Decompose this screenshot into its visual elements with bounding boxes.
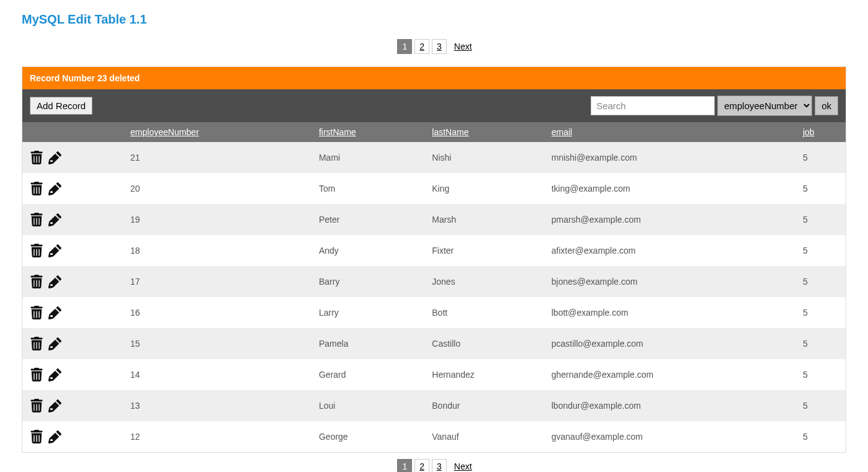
edit-icon[interactable] — [48, 213, 62, 226]
search-input[interactable] — [591, 96, 715, 115]
table-container: Record Number 23 deleted Add Record empl… — [22, 66, 846, 453]
cell-firstName: Gerard — [311, 359, 424, 390]
cell-lastName: Fixter — [424, 235, 544, 266]
cell-lastName: Hernandez — [424, 359, 544, 390]
search-ok-button[interactable]: ok — [815, 96, 838, 115]
pagination-bottom: 123Next — [22, 459, 846, 472]
delete-icon[interactable] — [30, 399, 43, 412]
cell-lastName: Castillo — [424, 328, 544, 359]
cell-employeeNumber: 19 — [123, 204, 311, 235]
add-record-button[interactable]: Add Record — [30, 97, 92, 115]
cell-lastName: Jones — [424, 266, 544, 297]
page-next-button[interactable]: Next — [454, 42, 472, 51]
edit-icon[interactable] — [48, 368, 62, 381]
column-sort-job[interactable]: job — [803, 127, 815, 137]
delete-icon[interactable] — [30, 430, 43, 443]
table-row: 13LouiBondurlbondur@example.com5 — [22, 390, 846, 421]
cell-job: 5 — [795, 359, 846, 390]
cell-employeeNumber: 14 — [123, 359, 311, 390]
delete-icon[interactable] — [30, 337, 43, 350]
cell-email: mnishi@example.com — [544, 142, 795, 173]
cell-lastName: Bondur — [424, 390, 544, 421]
page-title: MySQL Edit Table 1.1 — [22, 12, 846, 27]
edit-icon[interactable] — [48, 151, 62, 164]
cell-employeeNumber: 15 — [123, 328, 311, 359]
page-button-2[interactable]: 2 — [414, 459, 429, 472]
search-column-select[interactable]: employeeNumberfirstNamelastNameemailjob — [717, 96, 812, 116]
table-row: 12GeorgeVanaufgvanauf@example.com5 — [22, 421, 846, 452]
table-row: 14GerardHernandezghernande@example.com5 — [22, 359, 846, 390]
cell-lastName: Marsh — [424, 204, 544, 235]
page-button-1: 1 — [397, 39, 412, 54]
column-header-actions — [22, 122, 123, 142]
delete-icon[interactable] — [30, 182, 43, 195]
cell-job: 5 — [795, 204, 846, 235]
cell-firstName: Peter — [311, 204, 424, 235]
edit-icon[interactable] — [48, 306, 62, 319]
edit-icon[interactable] — [48, 399, 62, 412]
delete-icon[interactable] — [30, 244, 43, 257]
cell-firstName: Pamela — [311, 328, 424, 359]
table-row: 19PeterMarshpmarsh@example.com5 — [22, 204, 846, 235]
cell-firstName: Loui — [311, 390, 424, 421]
cell-employeeNumber: 18 — [123, 235, 311, 266]
cell-employeeNumber: 16 — [123, 297, 311, 328]
data-table: employeeNumber firstName lastName email … — [22, 122, 846, 452]
cell-employeeNumber: 20 — [123, 173, 311, 204]
delete-icon[interactable] — [30, 151, 43, 164]
pagination-top: 123Next — [22, 39, 846, 54]
table-row: 18AndyFixterafixter@example.com5 — [22, 235, 846, 266]
cell-email: lbondur@example.com — [544, 390, 795, 421]
edit-icon[interactable] — [48, 337, 62, 350]
delete-icon[interactable] — [30, 306, 43, 319]
page-button-3[interactable]: 3 — [432, 39, 447, 54]
edit-icon[interactable] — [48, 275, 62, 288]
cell-lastName: King — [424, 173, 544, 204]
cell-email: gvanauf@example.com — [544, 421, 795, 452]
cell-job: 5 — [795, 235, 846, 266]
delete-icon[interactable] — [30, 275, 43, 288]
cell-email: tking@example.com — [544, 173, 795, 204]
cell-firstName: Andy — [311, 235, 424, 266]
page-button-3[interactable]: 3 — [432, 459, 447, 472]
table-row: 17BarryJonesbjones@example.com5 — [22, 266, 846, 297]
page-next-button[interactable]: Next — [454, 461, 472, 471]
cell-lastName: Bott — [424, 297, 544, 328]
cell-employeeNumber: 21 — [123, 142, 311, 173]
cell-job: 5 — [795, 297, 846, 328]
cell-job: 5 — [795, 328, 846, 359]
column-sort-lastName[interactable]: lastName — [432, 127, 468, 137]
cell-email: ghernande@example.com — [544, 359, 795, 390]
cell-firstName: Tom — [311, 173, 424, 204]
edit-icon[interactable] — [48, 430, 62, 443]
cell-job: 5 — [795, 266, 846, 297]
cell-firstName: Larry — [311, 297, 424, 328]
page-button-2[interactable]: 2 — [414, 39, 429, 54]
cell-employeeNumber: 13 — [123, 390, 311, 421]
cell-email: pcastillo@example.com — [544, 328, 795, 359]
column-sort-firstName[interactable]: firstName — [319, 127, 356, 137]
cell-email: pmarsh@example.com — [544, 204, 795, 235]
column-sort-employeeNumber[interactable]: employeeNumber — [130, 127, 199, 137]
edit-icon[interactable] — [48, 182, 62, 195]
cell-email: lbott@example.com — [544, 297, 795, 328]
delete-icon[interactable] — [30, 368, 43, 381]
cell-job: 5 — [795, 390, 846, 421]
cell-employeeNumber: 17 — [123, 266, 311, 297]
cell-email: bjones@example.com — [544, 266, 795, 297]
cell-job: 5 — [795, 173, 846, 204]
table-row: 21MamiNishimnishi@example.com5 — [22, 142, 846, 173]
cell-email: afixter@example.com — [544, 235, 795, 266]
cell-job: 5 — [795, 142, 846, 173]
cell-job: 5 — [795, 421, 846, 452]
column-sort-email[interactable]: email — [552, 127, 572, 137]
edit-icon[interactable] — [48, 244, 62, 257]
cell-firstName: Mami — [311, 142, 424, 173]
cell-lastName: Vanauf — [424, 421, 544, 452]
table-row: 20TomKingtking@example.com5 — [22, 173, 846, 204]
delete-icon[interactable] — [30, 213, 43, 226]
table-row: 15PamelaCastillopcastillo@example.com5 — [22, 328, 846, 359]
status-message: Record Number 23 deleted — [22, 67, 846, 89]
cell-lastName: Nishi — [424, 142, 544, 173]
page-button-1: 1 — [397, 459, 412, 472]
